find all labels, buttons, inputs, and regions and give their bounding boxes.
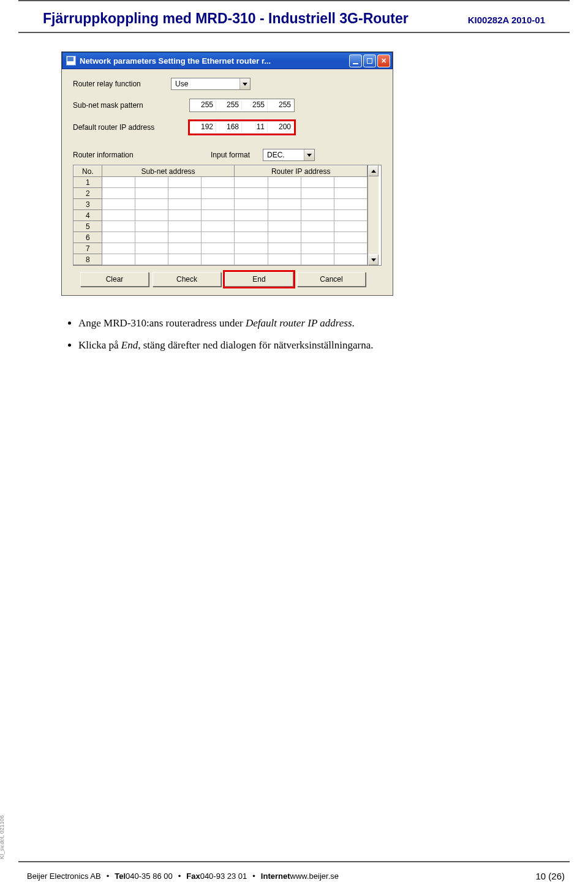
chevron-down-icon: [304, 149, 314, 160]
router-relay-dropdown[interactable]: Use: [171, 78, 251, 90]
row-number: 6: [74, 232, 102, 243]
separator-icon: •: [178, 872, 181, 881]
footer-fax-label: Fax: [186, 872, 200, 881]
bullet-em: Default router IP address: [246, 317, 352, 329]
row-number: 8: [74, 254, 102, 265]
footer-internet-label: Internet: [261, 872, 290, 881]
table-row[interactable]: 5: [74, 221, 368, 232]
instruction-item: Klicka på End, stäng därefter ned dialog…: [78, 336, 478, 355]
separator-icon: •: [107, 872, 110, 881]
check-button[interactable]: Check: [153, 272, 221, 287]
header-title: Fjärruppkoppling med MRD-310 - Industrie…: [43, 10, 409, 27]
scroll-up-button[interactable]: [368, 165, 379, 176]
close-icon: ✕: [381, 57, 386, 65]
separator-icon: •: [252, 872, 255, 881]
router-info-label: Router information: [73, 151, 211, 159]
table-row[interactable]: 4: [74, 210, 368, 221]
table-row[interactable]: 6: [74, 232, 368, 243]
row-number: 3: [74, 199, 102, 210]
default-router-field[interactable]: 192 168 11 200: [189, 121, 295, 134]
chevron-down-icon: [239, 78, 250, 89]
dialog-body: Router relay function Use Sub-net mask p…: [62, 69, 393, 295]
table-row[interactable]: 8: [74, 254, 368, 265]
page-number: 10 (26): [535, 871, 565, 881]
subnet-mask-label: Sub-net mask pattern: [73, 101, 171, 110]
subnet-octet-1[interactable]: 255: [190, 100, 216, 111]
dialog-app-icon: [66, 56, 76, 66]
dialog-title-text: Network parameters Setting the Ethernet …: [80, 56, 349, 66]
dialog-button-row: Clear Check End Cancel: [73, 272, 382, 287]
input-format-label: Input format: [211, 151, 263, 159]
router-octet-1[interactable]: 192: [190, 122, 216, 133]
footer-internet: www.beijer.se: [290, 872, 339, 881]
col-header-router: Router IP address: [235, 166, 368, 177]
bullet-em: End: [121, 339, 138, 351]
table-scrollbar[interactable]: [368, 165, 379, 265]
subnet-octet-3[interactable]: 255: [242, 100, 268, 111]
instruction-list: Ange MRD-310:ans routeradress under Defa…: [61, 314, 478, 355]
router-octet-2[interactable]: 168: [216, 122, 242, 133]
row-number: 1: [74, 177, 102, 188]
router-octet-3[interactable]: 11: [242, 122, 268, 133]
table-row[interactable]: 3: [74, 199, 368, 210]
maximize-icon: [367, 58, 372, 64]
router-relay-row: Router relay function Use: [73, 78, 382, 90]
bullet-text: Ange MRD-310:ans routeradress under: [78, 317, 246, 329]
bullet-text: .: [352, 317, 355, 329]
subnet-mask-field[interactable]: 255 255 255 255: [189, 99, 295, 112]
bullet-text: , stäng därefter ned dialogen för nätver…: [138, 339, 373, 351]
footer-company: Beijer Electronics AB: [27, 872, 101, 881]
document-page: Fjärruppkoppling med MRD-310 - Industrie…: [0, 0, 588, 896]
routing-table-grid[interactable]: No. Sub-net address Router IP address 1 …: [74, 165, 368, 265]
footer-tel-label: Tel: [115, 872, 126, 881]
default-router-row: Default router IP address 192 168 11 200: [73, 121, 382, 134]
router-relay-label: Router relay function: [73, 80, 171, 88]
input-format-dropdown[interactable]: DEC.: [263, 149, 315, 161]
footer-tel: 040-35 86 00: [126, 872, 173, 881]
instruction-item: Ange MRD-310:ans routeradress under Defa…: [78, 314, 478, 333]
end-button[interactable]: End: [225, 272, 293, 287]
close-button[interactable]: ✕: [377, 55, 390, 67]
clear-button[interactable]: Clear: [80, 272, 149, 287]
page-header: Fjärruppkoppling med MRD-310 - Industrie…: [18, 0, 570, 33]
table-row[interactable]: 2: [74, 188, 368, 199]
router-relay-value: Use: [172, 78, 239, 89]
router-info-row: Router information Input format DEC.: [73, 149, 382, 161]
maximize-button[interactable]: [363, 55, 376, 67]
col-header-no: No.: [74, 166, 102, 177]
template-note: KI_sv.dot, 021106: [0, 815, 5, 859]
footer-fax: 040-93 23 01: [200, 872, 247, 881]
subnet-octet-4[interactable]: 255: [268, 100, 293, 111]
table-header-row: No. Sub-net address Router IP address: [74, 166, 368, 177]
default-router-label: Default router IP address: [73, 123, 171, 132]
row-number: 4: [74, 210, 102, 221]
subnet-mask-row: Sub-net mask pattern 255 255 255 255: [73, 99, 382, 112]
row-number: 7: [74, 243, 102, 254]
minimize-button[interactable]: [349, 55, 362, 67]
content-area: Network parameters Setting the Ethernet …: [0, 33, 588, 355]
scroll-down-button[interactable]: [368, 254, 379, 265]
scroll-track[interactable]: [368, 176, 379, 254]
row-number: 2: [74, 188, 102, 199]
subnet-octet-2[interactable]: 255: [216, 100, 242, 111]
table-row[interactable]: 7: [74, 243, 368, 254]
network-parameters-dialog: Network parameters Setting the Ethernet …: [61, 51, 393, 296]
input-format-value: DEC.: [263, 149, 304, 160]
cancel-button[interactable]: Cancel: [297, 272, 366, 287]
table-row[interactable]: 1: [74, 177, 368, 188]
row-number: 5: [74, 221, 102, 232]
bullet-text: Klicka på: [78, 339, 121, 351]
router-octet-4[interactable]: 200: [268, 122, 293, 133]
page-footer: Beijer Electronics AB • Tel 040-35 86 00…: [18, 861, 570, 881]
header-code: KI00282A 2010-01: [468, 15, 545, 25]
dialog-titlebar[interactable]: Network parameters Setting the Ethernet …: [62, 52, 393, 69]
routing-table: No. Sub-net address Router IP address 1 …: [73, 165, 382, 266]
minimize-icon: [353, 63, 358, 64]
col-header-subnet: Sub-net address: [102, 166, 235, 177]
